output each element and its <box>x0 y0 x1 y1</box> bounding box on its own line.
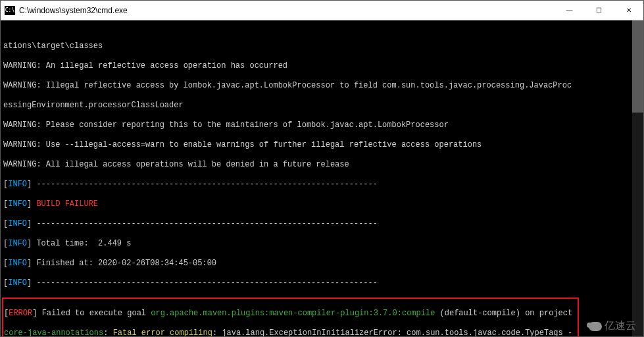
output-line-error: core-java-annotations: Fatal error compi… <box>4 328 577 336</box>
error-tag: ERROR <box>9 309 32 318</box>
cloud-icon <box>589 322 602 331</box>
output-line: WARNING: An illegal reflective access op… <box>3 61 641 71</box>
maximize-button[interactable]: ☐ <box>584 1 614 20</box>
cmd-app-icon: C:\ <box>5 6 15 15</box>
output-line-info: [INFO] ---------------------------------… <box>3 278 641 288</box>
info-tag: INFO <box>8 259 27 268</box>
scrollbar-thumb[interactable] <box>632 20 643 113</box>
watermark-text: 亿速云 <box>605 319 636 333</box>
terminal-output[interactable]: ations\target\classes WARNING: An illega… <box>1 20 643 336</box>
output-line-info: [INFO] ---------------------------------… <box>3 180 641 190</box>
window-title: C:\windows\system32\cmd.exe <box>19 6 555 15</box>
output-line-error: [ERROR] Failed to execute goal org.apach… <box>4 309 577 319</box>
info-tag: INFO <box>8 239 27 248</box>
watermark: 亿速云 <box>589 319 636 333</box>
info-tag: INFO <box>8 278 27 288</box>
output-line-info: [INFO] ---------------------------------… <box>3 219 641 229</box>
output-line-build-failure: [INFO] BUILD FAILURE <box>3 199 641 209</box>
output-line: essingEnvironment.processorClassLoader <box>3 101 641 111</box>
info-tag: INFO <box>8 199 27 209</box>
output-line: WARNING: Illegal reflective access by lo… <box>3 81 641 91</box>
titlebar[interactable]: C:\ C:\windows\system32\cmd.exe — ☐ ✕ <box>1 1 643 20</box>
goal-text: org.apache.maven.plugins:maven-compiler-… <box>151 309 435 318</box>
info-tag: INFO <box>8 219 27 228</box>
output-line-info: [INFO] Total time: 2.449 s <box>3 239 641 249</box>
error-highlight-box: [ERROR] Failed to execute goal org.apach… <box>2 298 579 336</box>
close-button[interactable]: ✕ <box>614 1 643 20</box>
fatal-error-text: Fatal error compiling <box>113 328 212 336</box>
project-name: core-java-annotations <box>4 328 103 336</box>
output-line: WARNING: Use --illegal-access=warn to en… <box>3 140 641 150</box>
output-line: ations\target\classes <box>3 41 641 51</box>
output-line: WARNING: Please consider reporting this … <box>3 120 641 130</box>
scrollbar-track[interactable] <box>632 20 643 336</box>
output-line: WARNING: All illegal access operations w… <box>3 160 641 170</box>
app-window: C:\ C:\windows\system32\cmd.exe — ☐ ✕ at… <box>0 0 644 337</box>
info-tag: INFO <box>8 180 27 189</box>
build-failure-text: BUILD FAILURE <box>36 199 98 209</box>
minimize-button[interactable]: — <box>555 1 584 20</box>
window-controls: — ☐ ✕ <box>555 1 643 20</box>
output-line-info: [INFO] Finished at: 2020-02-26T08:34:45-… <box>3 259 641 269</box>
